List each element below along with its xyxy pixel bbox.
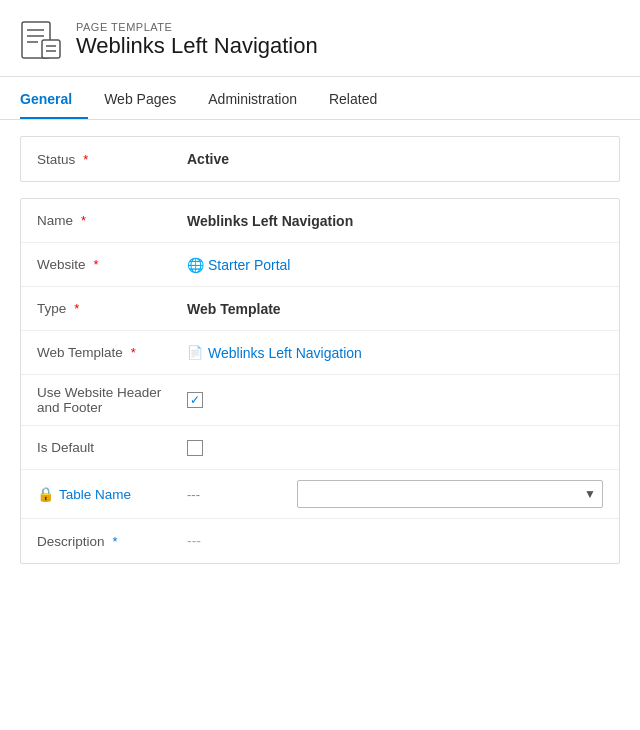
section-main: Name * Weblinks Left Navigation Website … bbox=[20, 198, 620, 564]
page-type-label: PAGE TEMPLATE bbox=[76, 21, 318, 33]
web-template-icon: 📄 bbox=[187, 345, 203, 360]
svg-rect-4 bbox=[42, 40, 60, 58]
label-use-header-footer: Use Website Header and Footer bbox=[37, 385, 187, 415]
page-title: Weblinks Left Navigation bbox=[76, 33, 318, 59]
required-star-type: * bbox=[74, 301, 79, 316]
website-link[interactable]: 🌐 Starter Portal bbox=[187, 257, 290, 273]
value-web-template: 📄 Weblinks Left Navigation bbox=[187, 345, 603, 361]
label-website: Website * bbox=[37, 257, 187, 272]
tab-related[interactable]: Related bbox=[329, 81, 393, 119]
required-star-website: * bbox=[94, 257, 99, 272]
value-description: --- bbox=[187, 533, 603, 549]
value-is-default bbox=[187, 440, 603, 456]
value-name: Weblinks Left Navigation bbox=[187, 213, 603, 229]
label-description: Description * bbox=[37, 534, 187, 549]
field-description: Description * --- bbox=[21, 519, 619, 563]
dropdown-arrow-icon: ▼ bbox=[584, 487, 596, 501]
field-is-default: Is Default bbox=[21, 426, 619, 470]
field-type: Type * Web Template bbox=[21, 287, 619, 331]
tab-administration[interactable]: Administration bbox=[208, 81, 313, 119]
table-name-middle-value: --- bbox=[187, 487, 297, 502]
page-header: PAGE TEMPLATE Weblinks Left Navigation bbox=[0, 0, 640, 77]
field-status: Status * Active bbox=[21, 137, 619, 181]
tab-bar: General Web Pages Administration Related bbox=[0, 81, 640, 120]
required-star-status: * bbox=[83, 152, 88, 167]
value-website: 🌐 Starter Portal bbox=[187, 257, 603, 273]
lock-icon: 🔒 bbox=[37, 486, 54, 502]
label-status: Status * bbox=[37, 152, 187, 167]
label-name: Name * bbox=[37, 213, 187, 228]
field-use-header-footer: Use Website Header and Footer bbox=[21, 375, 619, 426]
label-is-default: Is Default bbox=[37, 440, 187, 455]
optional-star-description: * bbox=[113, 534, 118, 549]
table-name-dropdown[interactable]: ▼ bbox=[297, 480, 603, 508]
web-template-link[interactable]: 📄 Weblinks Left Navigation bbox=[187, 345, 362, 361]
tab-web-pages[interactable]: Web Pages bbox=[104, 81, 192, 119]
field-table-name: 🔒 Table Name --- ▼ bbox=[21, 470, 619, 519]
checkbox-is-default[interactable] bbox=[187, 440, 203, 456]
required-star-name: * bbox=[81, 213, 86, 228]
value-type: Web Template bbox=[187, 301, 603, 317]
tab-general[interactable]: General bbox=[20, 81, 88, 119]
field-web-template: Web Template * 📄 Weblinks Left Navigatio… bbox=[21, 331, 619, 375]
label-table-name: 🔒 Table Name bbox=[37, 486, 187, 502]
value-use-header-footer bbox=[187, 392, 603, 408]
checkbox-use-header-footer[interactable] bbox=[187, 392, 203, 408]
required-star-web-template: * bbox=[131, 345, 136, 360]
label-web-template: Web Template * bbox=[37, 345, 187, 360]
value-status: Active bbox=[187, 151, 603, 167]
field-name: Name * Weblinks Left Navigation bbox=[21, 199, 619, 243]
label-type: Type * bbox=[37, 301, 187, 316]
page-icon bbox=[20, 18, 64, 62]
field-website: Website * 🌐 Starter Portal bbox=[21, 243, 619, 287]
section-status: Status * Active bbox=[20, 136, 620, 182]
globe-icon: 🌐 bbox=[187, 257, 203, 273]
header-text: PAGE TEMPLATE Weblinks Left Navigation bbox=[76, 21, 318, 59]
